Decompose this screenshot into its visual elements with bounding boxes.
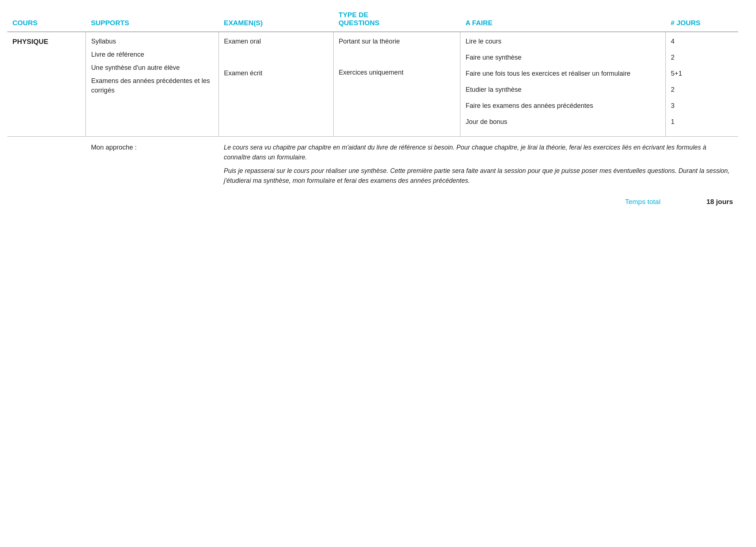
cours-value: PHYSIQUE — [12, 38, 48, 45]
approach-cours-spacer — [7, 136, 86, 193]
examen-spacer — [224, 48, 328, 68]
approach-row: Mon approche : Le cours sera vu chapitre… — [7, 136, 738, 193]
afaire-row-1: Lire le cours — [466, 37, 660, 46]
support-item-3: Une synthèse d'un autre élève — [91, 63, 213, 72]
support-item-4: Examens des années précédentes et les co… — [91, 76, 213, 95]
jours-row-1: 4 — [671, 37, 733, 46]
total-spacer — [7, 193, 460, 211]
header-cours: COURS — [7, 7, 86, 32]
examen-item-1: Examen oral — [224, 37, 328, 46]
approach-label-cell: Mon approche : — [86, 136, 219, 193]
jours-value-2: 2 — [671, 53, 675, 62]
jours-value-3: 5+1 — [671, 69, 682, 78]
afaire-row-6: Jour de bonus — [466, 117, 660, 127]
type-item-1: Portant sur la théorie — [339, 37, 455, 46]
type-cell: Portant sur la théorie Exercices uniquem… — [334, 32, 460, 136]
support-item-1: Syllabus — [91, 37, 213, 46]
examens-cell: Examen oral Examen écrit — [219, 32, 334, 136]
jours-value-5: 3 — [671, 101, 675, 110]
header-examens: EXAMEN(S) — [219, 7, 334, 32]
afaire-text-3: Faire une fois tous les exercices et réa… — [466, 69, 660, 78]
header-jours: # JOURS — [666, 7, 738, 32]
type-item-2: Exercices uniquement — [339, 68, 455, 77]
afaire-text-6: Jour de bonus — [466, 117, 660, 127]
approach-para-2: Puis je repasserai sur le cours pour réa… — [224, 166, 733, 186]
approach-label: Mon approche : — [91, 144, 137, 151]
total-value-cell: 18 jours — [666, 193, 738, 211]
jours-cell: 4 2 5+1 2 3 1 — [666, 32, 738, 136]
type-spacer — [339, 48, 455, 68]
afaire-row-2: Faire une synthèse — [466, 53, 660, 62]
jours-row-2: 2 — [671, 53, 733, 62]
jours-value-1: 4 — [671, 37, 675, 46]
afaire-text-1: Lire le cours — [466, 37, 660, 46]
afaire-row-4: Etudier la synthèse — [466, 85, 660, 94]
total-label-cell: Temps total — [460, 193, 666, 211]
table-row: PHYSIQUE Syllabus Livre de référence Une… — [7, 32, 738, 136]
jours-row-5: 3 — [671, 101, 733, 110]
afaire-row-3: Faire une fois tous les exercices et réa… — [466, 69, 660, 78]
total-label: Temps total — [625, 198, 660, 205]
total-value: 18 jours — [706, 198, 733, 205]
afaire-text-5: Faire les examens des années précédentes — [466, 101, 660, 110]
header-afaire: A FAIRE — [460, 7, 666, 32]
jours-value-6: 1 — [671, 117, 675, 127]
afaire-text-2: Faire une synthèse — [466, 53, 660, 62]
approach-content: Le cours sera vu chapitre par chapitre e… — [219, 136, 738, 193]
header-supports: SUPPORTS — [86, 7, 219, 32]
supports-cell: Syllabus Livre de référence Une synthèse… — [86, 32, 219, 136]
jours-row-6: 1 — [671, 117, 733, 127]
approach-text: Le cours sera vu chapitre par chapitre e… — [224, 143, 733, 186]
total-row: Temps total 18 jours — [7, 193, 738, 211]
header-type: TYPE DEQUESTIONS — [334, 7, 460, 32]
approach-para-1: Le cours sera vu chapitre par chapitre e… — [224, 143, 733, 162]
afaire-cell: Lire le cours Faire une synthèse Faire u… — [460, 32, 666, 136]
afaire-text-4: Etudier la synthèse — [466, 85, 660, 94]
afaire-row-5: Faire les examens des années précédentes — [466, 101, 660, 110]
cours-cell: PHYSIQUE — [7, 32, 86, 136]
jours-value-4: 2 — [671, 85, 675, 94]
jours-row-4: 2 — [671, 85, 733, 94]
support-item-2: Livre de référence — [91, 50, 213, 59]
jours-row-3: 5+1 — [671, 69, 733, 78]
examen-item-2: Examen écrit — [224, 68, 328, 78]
